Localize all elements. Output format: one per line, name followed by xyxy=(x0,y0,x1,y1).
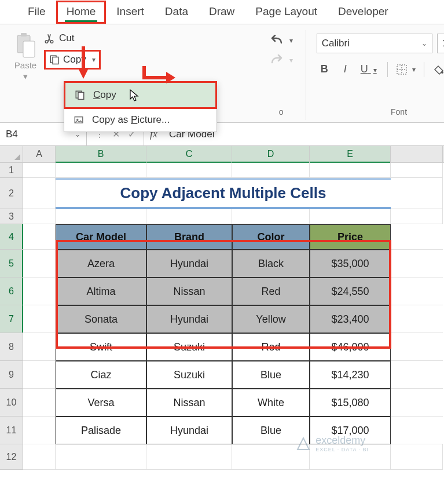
cell[interactable] xyxy=(23,163,56,178)
cell[interactable] xyxy=(391,389,443,417)
cell[interactable] xyxy=(146,163,232,178)
title-cell[interactable]: Copy Adjacent Multiple Cells xyxy=(56,178,391,209)
col-header-B[interactable]: B xyxy=(56,146,146,162)
col-header-blank[interactable] xyxy=(391,146,443,162)
cell[interactable] xyxy=(23,361,56,389)
tab-insert[interactable]: Insert xyxy=(106,1,155,24)
row-header-11[interactable]: 11 xyxy=(0,417,23,444)
underline-button[interactable]: U ▾ xyxy=(358,61,379,78)
table-cell[interactable]: Suzuki xyxy=(146,361,232,389)
cell[interactable] xyxy=(56,444,146,470)
header-car-model[interactable]: Car Model xyxy=(56,224,146,250)
tab-draw[interactable]: Draw xyxy=(199,1,245,24)
select-all-corner[interactable] xyxy=(0,146,23,162)
row-header-5[interactable]: 5 xyxy=(0,250,23,277)
table-cell[interactable]: Hyundai xyxy=(146,417,232,444)
table-cell[interactable]: $35,000 xyxy=(310,250,391,277)
row-header-3[interactable]: 3 xyxy=(0,209,23,224)
cell[interactable] xyxy=(23,389,56,417)
table-cell[interactable]: Ciaz xyxy=(56,361,146,389)
table-cell[interactable]: Palisade xyxy=(56,417,146,444)
row-header-12[interactable]: 12 xyxy=(0,444,23,470)
cell[interactable] xyxy=(391,305,443,333)
cell[interactable] xyxy=(391,361,443,389)
cell[interactable] xyxy=(23,277,56,305)
table-cell[interactable]: Versa xyxy=(56,389,146,417)
table-cell[interactable]: Red xyxy=(232,277,310,305)
header-color[interactable]: Color xyxy=(232,224,310,250)
cell[interactable] xyxy=(56,209,146,224)
tab-developer[interactable]: Developer xyxy=(328,1,399,24)
tab-file[interactable]: File xyxy=(17,1,56,24)
cell[interactable] xyxy=(391,250,443,277)
col-header-C[interactable]: C xyxy=(146,146,232,162)
tab-data[interactable]: Data xyxy=(155,1,199,24)
font-name-select[interactable]: Calibri ⌄ xyxy=(317,34,432,53)
table-cell[interactable]: White xyxy=(232,389,310,417)
paste-button[interactable]: Paste ▾ xyxy=(14,30,37,82)
cell[interactable] xyxy=(391,224,443,250)
cell[interactable] xyxy=(146,444,232,470)
table-cell[interactable]: Altima xyxy=(56,277,146,305)
cell[interactable] xyxy=(232,209,310,224)
row-header-8[interactable]: 8 xyxy=(0,333,23,361)
bold-button[interactable]: B xyxy=(317,60,332,78)
table-cell[interactable]: Blue xyxy=(232,361,310,389)
row-header-6[interactable]: 6 xyxy=(0,277,23,305)
cell[interactable] xyxy=(232,163,310,178)
borders-button[interactable]: ▾ xyxy=(396,64,416,75)
cell[interactable] xyxy=(310,163,391,178)
cell[interactable] xyxy=(391,444,443,470)
cell[interactable] xyxy=(391,209,443,224)
table-cell[interactable]: Black xyxy=(232,250,310,277)
table-cell[interactable]: Red xyxy=(232,333,310,361)
cell[interactable] xyxy=(391,277,443,305)
redo-button[interactable]: ▾ xyxy=(270,54,293,66)
table-cell[interactable]: Yellow xyxy=(232,305,310,333)
copy-split-button[interactable]: Copy ▾ xyxy=(44,50,101,70)
cell[interactable] xyxy=(23,444,56,470)
cell[interactable] xyxy=(146,209,232,224)
row-header-7[interactable]: 7 xyxy=(0,305,23,333)
table-cell[interactable]: Nissan xyxy=(146,277,232,305)
tab-page-layout[interactable]: Page Layout xyxy=(245,1,328,24)
cell[interactable] xyxy=(391,178,443,209)
col-header-A[interactable]: A xyxy=(23,146,56,162)
menu-item-copy[interactable]: Copy xyxy=(64,81,217,109)
chevron-down-icon[interactable]: ▾ xyxy=(92,56,96,64)
cell[interactable] xyxy=(391,417,443,444)
fill-color-button[interactable]: ▾ xyxy=(432,64,444,75)
row-header-9[interactable]: 9 xyxy=(0,361,23,389)
undo-button[interactable]: ▾ xyxy=(270,35,293,46)
table-cell[interactable]: Nissan xyxy=(146,389,232,417)
table-cell[interactable]: Azera xyxy=(56,250,146,277)
col-header-E[interactable]: E xyxy=(310,146,391,162)
table-cell[interactable]: Hyundai xyxy=(146,305,232,333)
cell[interactable] xyxy=(23,417,56,444)
header-brand[interactable]: Brand xyxy=(146,224,232,250)
table-cell[interactable]: Swift xyxy=(56,333,146,361)
cell[interactable] xyxy=(23,224,56,250)
cell[interactable] xyxy=(23,333,56,361)
table-cell[interactable]: $14,230 xyxy=(310,361,391,389)
header-price[interactable]: Price xyxy=(310,224,391,250)
row-header-2[interactable]: 2 xyxy=(0,178,23,209)
cell[interactable] xyxy=(310,209,391,224)
table-cell[interactable]: Suzuki xyxy=(146,333,232,361)
font-size-select[interactable]: 12 ⌄ xyxy=(437,34,444,53)
row-header-4[interactable]: 4 xyxy=(0,224,23,250)
cell[interactable] xyxy=(56,163,146,178)
col-header-D[interactable]: D xyxy=(232,146,310,162)
cell[interactable] xyxy=(391,333,443,361)
table-cell[interactable]: $15,080 xyxy=(310,389,391,417)
table-cell[interactable]: Sonata xyxy=(56,305,146,333)
table-cell[interactable]: $46,000 xyxy=(310,333,391,361)
italic-button[interactable]: I xyxy=(340,61,350,78)
cell[interactable] xyxy=(23,178,56,209)
row-header-10[interactable]: 10 xyxy=(0,389,23,417)
tab-home[interactable]: Home xyxy=(56,1,107,24)
cell[interactable] xyxy=(391,163,443,178)
table-cell[interactable]: $23,400 xyxy=(310,305,391,333)
row-header-1[interactable]: 1 xyxy=(0,163,23,178)
cut-button[interactable]: Cut xyxy=(44,32,101,44)
